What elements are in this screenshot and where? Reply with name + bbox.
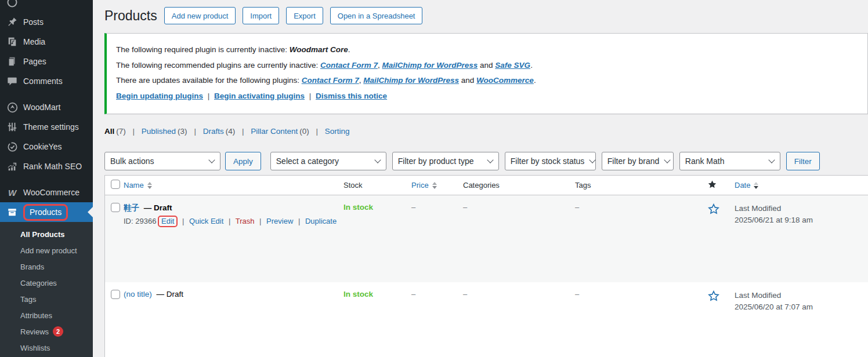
wp-admin-products-page: Posts Media Pages Comments WoodMart (0, 0, 868, 357)
import-button[interactable]: Import (243, 7, 279, 24)
submenu-item-tags[interactable]: Tags (0, 292, 93, 308)
featured-star-toggle[interactable] (707, 290, 735, 303)
view-sorting[interactable]: Sorting (325, 127, 350, 136)
product-id-label: ID: 29366 (124, 217, 156, 225)
submenu-item-all-products[interactable]: All Products (0, 227, 93, 243)
filter-button[interactable]: Filter (786, 152, 820, 170)
submenu-item-brands[interactable]: Brands (0, 259, 93, 275)
row-checkbox[interactable] (111, 203, 120, 212)
notice-line-required: The following required plugin is current… (116, 44, 856, 56)
begin-activating-plugins-link[interactable]: Begin activating plugins (214, 92, 305, 100)
sidebar-item-woocommerce[interactable]: W WooCommerce (0, 183, 93, 202)
open-spreadsheet-button[interactable]: Open in a Spreadsheet (330, 7, 423, 24)
sidebar-item-comments[interactable]: Comments (0, 71, 93, 91)
admin-sidebar: Posts Media Pages Comments WoodMart (0, 0, 93, 357)
categories-value: – (463, 290, 467, 298)
pages-icon (6, 56, 18, 67)
trash-link[interactable]: Trash (236, 217, 255, 225)
sort-arrows-icon (147, 182, 152, 189)
edit-link[interactable]: Edit (161, 217, 174, 225)
add-new-product-button[interactable]: Add new product (164, 7, 236, 24)
product-title-line: 鞋子 — Draft (124, 203, 343, 213)
quick-edit-link[interactable]: Quick Edit (189, 217, 223, 225)
sidebar-item-rank-math[interactable]: Rank Math SEO (0, 156, 93, 176)
sidebar-item-posts[interactable]: Posts (0, 12, 93, 32)
sidebar-item-theme-settings[interactable]: Theme settings (0, 117, 93, 137)
sort-by-price-header[interactable]: Price (411, 181, 437, 190)
date-cell: Last Modified 2025/06/21 at 9:18 am (735, 195, 868, 226)
tags-header: Tags (575, 181, 591, 190)
annotation-box-products: Products (23, 204, 68, 221)
view-published[interactable]: Published(3) (142, 127, 187, 136)
sidebar-item-woodmart[interactable]: WoodMart (0, 97, 93, 117)
apply-button[interactable]: Apply (225, 152, 261, 170)
table-row-no-title: (no title) — Draft In stock – – – Last M… (105, 282, 868, 357)
stock-status: In stock (343, 203, 373, 212)
view-drafts[interactable]: Drafts(4) (203, 127, 236, 136)
rank-math-filter-select[interactable]: Rank Math (679, 152, 780, 170)
bulk-actions-select[interactable]: Bulk actions (104, 152, 220, 170)
post-state-draft: — Draft (157, 290, 184, 298)
link-contact-form-7[interactable]: Contact Form 7 (320, 61, 378, 70)
featured-star-toggle[interactable] (707, 203, 735, 216)
row-checkbox[interactable] (111, 290, 120, 299)
categories-value: – (463, 203, 467, 212)
page-title: Products (104, 7, 157, 24)
post-state-draft: — Draft (144, 203, 172, 212)
link-safe-svg[interactable]: Safe SVG (495, 61, 530, 70)
sort-by-date-header[interactable]: Date (735, 181, 758, 190)
select-all-checkbox[interactable] (111, 180, 120, 189)
woodmart-logo-icon (6, 101, 18, 113)
link-mailchimp[interactable]: MailChimp for WordPress (382, 61, 478, 70)
view-pillar-content[interactable]: Pillar Content(0) (251, 127, 309, 136)
products-submenu: All Products Add new product Brands Cate… (0, 222, 93, 357)
row-actions: ID: 29366 Edit | Quick Edit | Trash | Pr… (124, 217, 343, 226)
submenu-item-wishlists[interactable]: Wishlists (0, 340, 93, 356)
submenu-item-attributes[interactable]: Attributes (0, 308, 93, 324)
link-contact-form-7-update[interactable]: Contact Form 7 (302, 76, 359, 85)
submenu-item-add-new-product[interactable]: Add new product (0, 243, 93, 259)
begin-updating-plugins-link[interactable]: Begin updating plugins (116, 92, 203, 100)
preview-link[interactable]: Preview (266, 217, 293, 225)
link-mailchimp-update[interactable]: MailChimp for WordPress (363, 76, 459, 85)
sliders-icon (6, 121, 18, 133)
product-type-filter-select[interactable]: Filter by product type (392, 152, 499, 170)
sort-by-name-header[interactable]: Name (124, 181, 152, 190)
submenu-item-categories[interactable]: Categories (0, 275, 93, 292)
link-woocommerce-update[interactable]: WooCommerce (476, 76, 534, 85)
woocommerce-logo-icon: W (6, 187, 18, 198)
page-header: Products Add new product Import Export O… (104, 0, 868, 24)
sidebar-item-clipped[interactable] (0, 0, 93, 12)
table-row-shoes: 鞋子 — Draft ID: 29366 Edit | Quick Edit |… (105, 195, 868, 282)
chevron-down-icon (374, 157, 381, 163)
media-icon (6, 36, 18, 48)
date-cell: Last Modified 2025/06/20 at 7:07 am (735, 282, 868, 313)
stock-status-filter-select[interactable]: Filter by stock status (505, 152, 596, 170)
sidebar-item-cookieyes[interactable]: CookieYes (0, 137, 93, 156)
sidebar-item-products[interactable]: Products (0, 202, 93, 222)
export-button[interactable]: Export (286, 7, 323, 24)
duplicate-link[interactable]: Duplicate (305, 217, 337, 225)
view-all[interactable]: All(7) (104, 127, 126, 136)
chevron-down-icon (589, 157, 596, 163)
product-title-link[interactable]: (no title) (124, 290, 152, 298)
product-title-link[interactable]: 鞋子 (124, 203, 139, 212)
notice-line-recommended: The following recommended plugins are cu… (116, 60, 856, 71)
chevron-down-icon (208, 157, 215, 163)
category-filter-select[interactable]: Select a category (270, 152, 386, 170)
sidebar-item-pages[interactable]: Pages (0, 52, 93, 71)
stock-status: In stock (343, 290, 373, 298)
products-box-icon (6, 206, 18, 218)
dismiss-notice-link[interactable]: Dismiss this notice (316, 92, 387, 100)
brand-filter-select[interactable]: Filter by brand (602, 152, 674, 170)
sidebar-item-label: Posts (23, 17, 44, 27)
notice-actions: Begin updating plugins | Begin activatin… (116, 90, 856, 102)
sidebar-item-media[interactable]: Media (0, 32, 93, 52)
submenu-item-reviews[interactable]: Reviews2 (0, 324, 93, 340)
reviews-count-badge: 2 (53, 326, 63, 337)
stock-header: Stock (343, 181, 363, 190)
price-value: – (411, 203, 415, 212)
filters-toolbar: Bulk actions Apply Select a category Fil… (104, 152, 868, 170)
tags-value: – (575, 203, 579, 212)
sidebar-item-label: Theme settings (23, 122, 79, 132)
